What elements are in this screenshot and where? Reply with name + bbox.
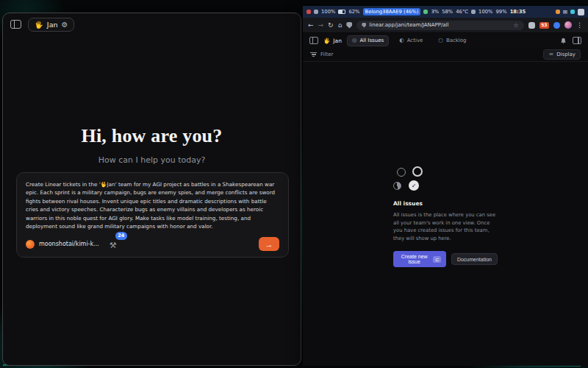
backlog-icon: ○ [438, 38, 443, 43]
greeting-block: Hi, how are you? How can I help you toda… [3, 125, 301, 165]
tray-app-icon[interactable] [570, 10, 575, 14]
notifications-bell-icon[interactable] [560, 38, 567, 44]
linear-team-name: Jan [333, 38, 342, 44]
shield-icon[interactable] [346, 22, 352, 29]
linear-team-emoji: 🖐 [323, 38, 330, 44]
shortcut-key-badge: C [433, 256, 440, 263]
team-name-label: Jan [47, 21, 58, 29]
todo-status-icon [397, 168, 406, 177]
browser-menu-icon[interactable]: ⋮ [576, 22, 583, 29]
filter-icon [310, 51, 317, 57]
prompt-input-text[interactable]: Create Linear tickets in the '🖐Jan' team… [26, 180, 279, 230]
battery-icon [338, 10, 345, 15]
send-button[interactable]: → [259, 237, 279, 251]
linear-sidebar-toggle-icon[interactable] [309, 37, 318, 44]
cpu-icon [423, 10, 428, 14]
back-button[interactable]: ← [308, 22, 314, 29]
linear-content: ✓ All issues All issues is the place whe… [303, 62, 588, 366]
display-button[interactable]: ≡ Display [543, 49, 581, 60]
in-progress-status-icon [393, 182, 401, 190]
status-battery-percent: 100% [321, 9, 335, 15]
address-bar[interactable]: linear.app/jani/team/JANAPP/all ☆ [356, 21, 523, 30]
tray-panel-button[interactable] [578, 9, 584, 15]
chat-area: Hi, how are you? How can I help you toda… [3, 35, 301, 365]
status-icons-illustration: ✓ [393, 166, 498, 194]
filter-label: Filter [320, 52, 333, 57]
all-issues-empty-state: ✓ All issues All issues is the place whe… [393, 166, 498, 267]
right-panel-toggle-icon[interactable] [573, 37, 581, 44]
message-composer[interactable]: Create Linear tickets in the '🖐Jan' team… [16, 172, 289, 258]
greeting-title: Hi, how are you? [3, 125, 301, 147]
clock: 18:35 [510, 9, 526, 15]
system-status-bar: 100% 62% Belong38AAE9 (46%) 3% 58% 46°C … [303, 6, 588, 18]
tab-label: All Issues [359, 38, 384, 43]
empty-state-description: All issues is the place where you can se… [393, 211, 498, 242]
tools-count-badge: 24 [115, 232, 127, 240]
completed-check-status-icon: ✓ [409, 180, 419, 191]
model-selector[interactable]: moonshotai/kimi-k... [26, 240, 99, 249]
status-tray: ✉ [556, 9, 584, 15]
profile-avatar[interactable] [564, 21, 572, 29]
mail-icon[interactable]: ✉ [563, 9, 567, 15]
empty-state-title: All issues [393, 200, 498, 207]
gear-icon[interactable]: ⚙ [62, 21, 68, 29]
tools-button[interactable]: ⚒ 24 [110, 237, 117, 251]
browser-window: 100% 62% Belong38AAE9 (46%) 3% 58% 46°C … [303, 6, 588, 366]
composer-toolbar: moonshotai/kimi-k... ⚒ 24 → [26, 237, 279, 251]
disk-icon [471, 10, 476, 14]
site-security-icon [362, 23, 366, 28]
jan-app-window: 🖐 Jan ⚙ Hi, how are you? How can I help … [2, 13, 301, 366]
display-label: Display [556, 52, 576, 57]
jan-titlebar: 🖐 Jan ⚙ [3, 13, 301, 35]
linear-header-actions [560, 37, 581, 44]
display-icon: ≡ [548, 52, 553, 57]
reload-button[interactable]: ↻ [328, 22, 334, 29]
send-arrow-icon: → [265, 240, 273, 249]
jan-team-pill[interactable]: 🖐 Jan ⚙ [28, 18, 74, 32]
status-charge-percent: 62% [348, 9, 359, 15]
create-button-label: Create new issue [398, 254, 430, 264]
linear-filter-bar: Filter ≡ Display [303, 48, 588, 62]
tools-icon: ⚒ [110, 241, 117, 250]
extension-count-badge[interactable]: 53 [539, 22, 549, 29]
sidebar-toggle-icon[interactable] [10, 20, 21, 29]
greeting-subtitle: How can I help you today? [3, 155, 301, 165]
tab-all-issues[interactable]: ◎ All Issues [347, 35, 389, 46]
tray-app-icon[interactable] [556, 10, 560, 14]
extension-app-icon[interactable] [553, 22, 560, 29]
tab-label: Active [407, 38, 423, 43]
tab-backlog[interactable]: ○ Backlog [433, 35, 471, 46]
model-name-label: moonshotai/kimi-k... [39, 241, 99, 247]
linear-team-chip[interactable]: 🖐 Jan [323, 38, 342, 44]
browser-toolbar: ← → ↻ ⌂ linear.app/jani/team/JANAPP/all … [303, 18, 588, 33]
status-temperature: 46°C [456, 9, 468, 15]
documentation-button[interactable]: Documentation [451, 253, 498, 265]
model-provider-icon [26, 240, 35, 249]
active-icon: ◐ [399, 38, 404, 43]
extensions-icon[interactable] [528, 22, 535, 29]
status-indicator-icon [314, 10, 318, 14]
url-text[interactable]: linear.app/jani/team/JANAPP/all [369, 22, 510, 28]
linear-header: 🖐 Jan ◎ All Issues ◐ Active ○ Backlog [303, 33, 588, 48]
status-battery2-percent: 99% [496, 9, 507, 15]
status-indicator-icon [306, 10, 311, 14]
status-ram-percent: 58% [442, 9, 453, 15]
bookmark-star-icon[interactable]: ☆ [513, 22, 518, 29]
done-ring-status-icon [412, 166, 423, 177]
team-emoji: 🖐 [35, 21, 43, 29]
status-disk-percent: 100% [478, 9, 492, 15]
tab-label: Backlog [446, 38, 467, 43]
home-button[interactable]: ⌂ [338, 22, 343, 29]
all-issues-icon: ◎ [352, 38, 357, 43]
wifi-network-badge: Belong38AAE9 (46%) [363, 8, 421, 15]
create-new-issue-button[interactable]: Create new issue C [393, 251, 446, 267]
empty-state-actions: Create new issue C Documentation [393, 251, 498, 267]
status-cpu-percent: 3% [431, 9, 439, 15]
filter-button[interactable]: Filter [310, 51, 333, 57]
check-glyph: ✓ [412, 183, 417, 189]
tab-active[interactable]: ◐ Active [394, 35, 428, 46]
forward-button[interactable]: → [318, 22, 324, 29]
